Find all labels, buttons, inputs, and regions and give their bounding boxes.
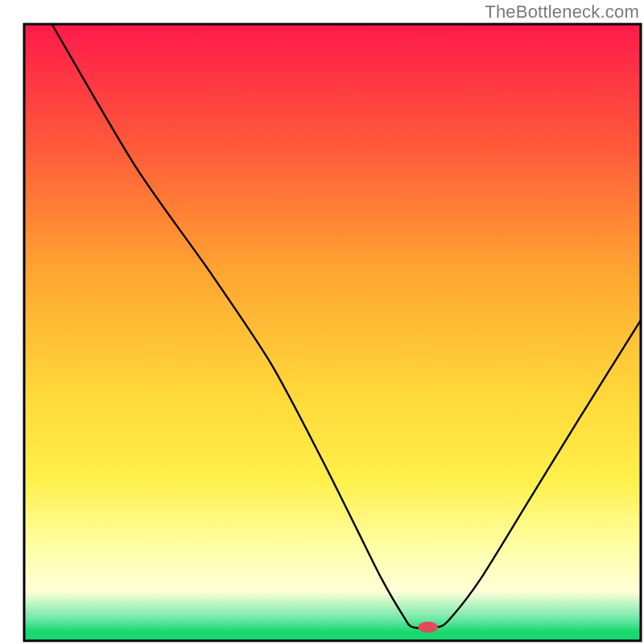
watermark-label: TheBottleneck.com: [485, 2, 639, 23]
chart-background: [24, 24, 641, 641]
bottleneck-chart: [0, 0, 644, 644]
chart-container: TheBottleneck.com: [0, 0, 644, 644]
minimum-marker: [418, 621, 438, 633]
